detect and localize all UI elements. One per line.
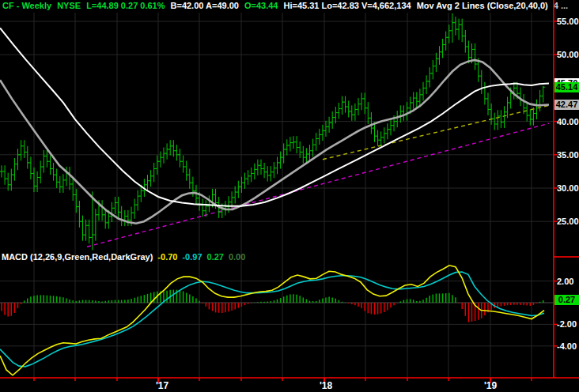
price-badge-gray: 42.47 [554, 100, 579, 110]
price-tick-label: 25.00 [557, 217, 579, 226]
macd-value-badge: 0.27 [554, 295, 579, 305]
price-tick-label: 35.00 [557, 150, 579, 160]
macd-tick-label: 2.00 [557, 277, 573, 286]
price-badge-green: 45.14 [554, 82, 579, 92]
macd-indicator-label: MACD (12,26,9,Green,Red,DarkGray)-0.70-0… [2, 252, 250, 262]
year-label: '18 [320, 380, 332, 391]
year-label: '19 [484, 380, 497, 391]
macd-lines [0, 266, 544, 375]
trendlines [87, 105, 549, 247]
macd-label-segment: -0.70 [157, 252, 177, 262]
price-tick-label: 55.00 [557, 17, 579, 26]
year-label: '17 [156, 380, 168, 391]
gridlines [0, 13, 554, 378]
macd-histogram [2, 290, 543, 322]
moving-averages [0, 28, 549, 223]
macd-label-segment: -0.97 [182, 252, 202, 262]
chart-canvas[interactable] [0, 0, 579, 392]
price-tick-label: 40.00 [557, 117, 579, 126]
macd-tick-label: -2.00 [557, 319, 577, 329]
price-tick-label: 30.00 [557, 183, 579, 193]
macd-label-segment: MACD (12,26,9,Green,Red,DarkGray) [2, 252, 153, 262]
macd-label-segment: 0.27 [207, 252, 224, 262]
macd-label-segment: 0.00 [229, 252, 245, 262]
macd-tick-label: -4.00 [557, 341, 577, 351]
price-bars [0, 13, 545, 251]
price-tick-label: 50.00 [557, 50, 579, 59]
chart-window: CF - WeeklyNYSEL=44.89 0.27 0.61%B=42.00… [0, 0, 579, 392]
